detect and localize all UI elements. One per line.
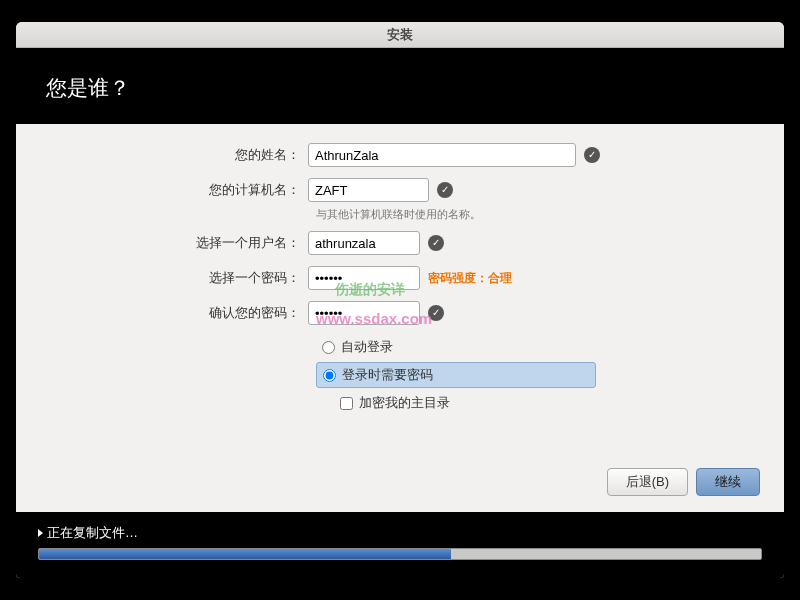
name-label: 您的姓名：	[46, 146, 308, 164]
progress-toggle[interactable]: 正在复制文件…	[38, 524, 762, 542]
require-password-option[interactable]: 登录时需要密码	[316, 362, 596, 388]
username-input[interactable]	[308, 231, 420, 255]
encrypt-home-label: 加密我的主目录	[359, 394, 450, 412]
auto-login-option[interactable]: 自动登录	[316, 335, 754, 359]
check-icon: ✓	[428, 235, 444, 251]
hostname-label: 您的计算机名：	[46, 181, 308, 199]
window-title: 安装	[387, 26, 413, 44]
require-password-radio[interactable]	[323, 369, 336, 382]
check-icon: ✓	[584, 147, 600, 163]
encrypt-home-checkbox[interactable]	[340, 397, 353, 410]
triangle-icon	[38, 529, 43, 537]
check-icon: ✓	[428, 305, 444, 321]
name-input[interactable]	[308, 143, 576, 167]
username-label: 选择一个用户名：	[46, 234, 308, 252]
page-title: 您是谁？	[46, 76, 130, 99]
button-bar: 后退(B) 继续	[16, 458, 784, 512]
encrypt-home-option[interactable]: 加密我的主目录	[334, 391, 754, 415]
hostname-input[interactable]	[308, 178, 429, 202]
password-input[interactable]	[308, 266, 420, 290]
progress-fill	[39, 549, 451, 559]
check-icon: ✓	[437, 182, 453, 198]
installer-window: 安装 您是谁？ 您的姓名： ✓ 您的计算机名： ✓ 与其他计算机联络时使用的名称…	[16, 22, 784, 578]
require-password-label: 登录时需要密码	[342, 366, 433, 384]
continue-button[interactable]: 继续	[696, 468, 760, 496]
auto-login-radio[interactable]	[322, 341, 335, 354]
progress-bar	[38, 548, 762, 560]
back-button[interactable]: 后退(B)	[607, 468, 688, 496]
form-area: 您的姓名： ✓ 您的计算机名： ✓ 与其他计算机联络时使用的名称。 选择一个用户…	[16, 124, 784, 458]
password-strength: 密码强度：合理	[428, 270, 512, 287]
auto-login-label: 自动登录	[341, 338, 393, 356]
page-header: 您是谁？	[16, 48, 784, 124]
progress-text: 正在复制文件…	[47, 524, 138, 542]
password-label: 选择一个密码：	[46, 269, 308, 287]
hostname-hint: 与其他计算机联络时使用的名称。	[316, 207, 754, 222]
confirm-input[interactable]	[308, 301, 420, 325]
titlebar: 安装	[16, 22, 784, 48]
confirm-label: 确认您的密码：	[46, 304, 308, 322]
progress-section: 正在复制文件…	[16, 512, 784, 578]
